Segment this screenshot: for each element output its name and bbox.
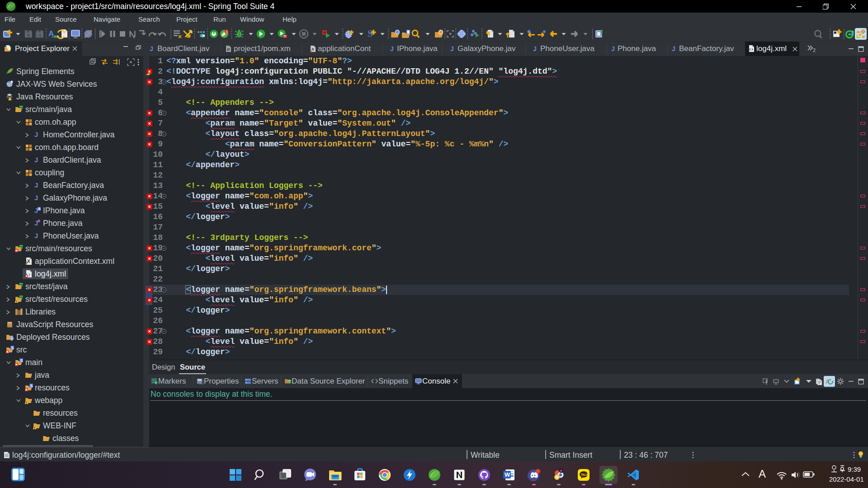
svg-text:J: J <box>150 45 153 52</box>
svg-text:J: J <box>34 232 38 239</box>
svg-text:J: J <box>34 131 38 138</box>
svg-text:J: J <box>34 156 38 164</box>
svg-text:S: S <box>20 358 23 363</box>
svg-text:S: S <box>38 207 41 211</box>
svg-text:J: J <box>672 45 675 52</box>
svg-text:J: J <box>34 219 38 227</box>
svg-text:W: W <box>505 471 510 478</box>
svg-text:J: J <box>450 45 454 52</box>
svg-text:J: J <box>850 29 854 37</box>
svg-text:1: 1 <box>226 30 228 34</box>
svg-text:J: J <box>34 181 38 189</box>
svg-text:P: P <box>227 47 230 52</box>
svg-text:S: S <box>30 384 33 388</box>
svg-text:J: J <box>533 45 537 52</box>
svg-text:TALK: TALK <box>581 473 589 476</box>
svg-text:S: S <box>11 346 14 350</box>
svg-text:S: S <box>368 28 373 38</box>
svg-text:J: J <box>611 45 615 52</box>
svg-text:2: 2 <box>813 47 816 52</box>
svg-text:J: J <box>390 45 394 52</box>
svg-text:J: J <box>34 194 38 202</box>
svg-text:X: X <box>27 259 30 264</box>
